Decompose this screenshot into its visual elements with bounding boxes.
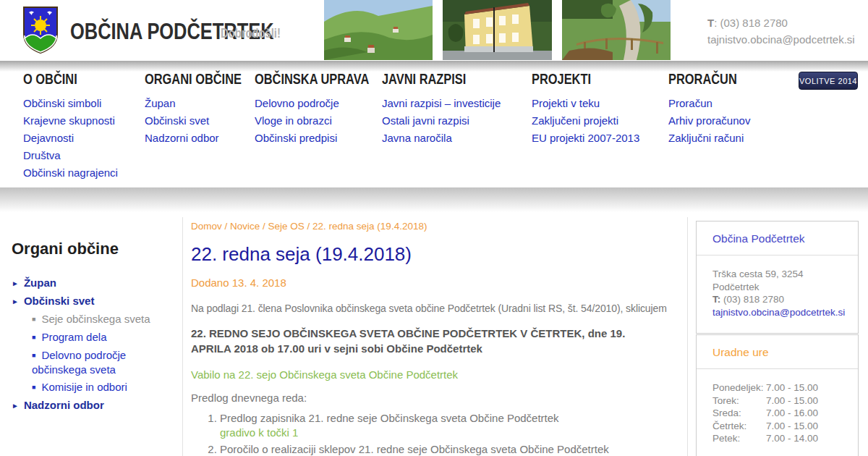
header-contact: T: (03) 818 2780 tajnistvo.obcina@podcet… [707, 14, 855, 48]
nav-link[interactable]: Župan [145, 95, 263, 112]
left-sidebar: Organi občine ►Župan ►Občinski svet ■Sej… [12, 212, 176, 416]
welcome-text: Dobrodošli! [221, 26, 294, 41]
nav-link[interactable]: Arhiv proračunov [668, 112, 752, 130]
nav-heading[interactable]: OBČINSKA UPRAVA [255, 71, 394, 88]
breadcrumb[interactable]: Domov / Novice / Seje OS / 22. redna sej… [191, 221, 683, 232]
hours-box-body: Ponedeljek:7.00 - 15.00 Torek:7.00 - 15.… [697, 369, 858, 456]
nav-link[interactable]: Krajevne skupnosti [23, 112, 118, 130]
nav-link[interactable]: Ostali javni razpisi [382, 112, 501, 130]
agenda-list: Predlog zapisnika 21. redne seje Občinsk… [191, 411, 683, 456]
article: Domov / Novice / Seje OS / 22. redna sej… [191, 212, 683, 456]
email-text[interactable]: tajnistvo.obcina@podcetrtek.si [707, 31, 855, 48]
info-email-link[interactable]: tajnistvo.obcina@podcetrtek.si [712, 306, 842, 319]
nav-column-organi-obcine: ORGANI OBČINE Župan Občinski svet Nadzor… [145, 71, 263, 147]
site-header: OBČINA PODČETRTEK Dobrodošli! [0, 0, 868, 61]
header-photo-hills [324, 0, 433, 60]
arrow-right-icon: ► [12, 279, 19, 287]
volitve-2014-button[interactable]: VOLITVE 2014 [799, 72, 858, 90]
hours-row: Četrtek:7.00 - 15.00 [712, 420, 842, 433]
phone-text: T: (03) 818 2780 [707, 14, 855, 31]
page-title: 22. redna seja (19.4.2018) [191, 243, 683, 266]
nav-link[interactable]: Zaključni računi [668, 130, 752, 147]
nav-link[interactable]: Nadzorni odbor [145, 130, 263, 147]
date-added: Dodano 13. 4. 2018 [191, 276, 683, 289]
arrow-right-icon: ► [12, 402, 19, 410]
nav-link[interactable]: Delovno področje [255, 95, 394, 112]
mega-menu-panel: O OBČINI Občinski simboli Krajevne skupn… [0, 61, 868, 187]
main-area: Organi občine ►Župan ►Občinski svet ■Sej… [0, 212, 868, 456]
nav-link[interactable]: Projekti v teku [532, 95, 639, 112]
header-photo-path [562, 0, 671, 60]
nav-column-o-obcini: O OBČINI Občinski simboli Krajevne skupn… [23, 71, 118, 182]
nav-column-obcinska-uprava: OBČINSKA UPRAVA Delovno področje Vloge i… [255, 71, 394, 147]
nav-link[interactable]: EU projekti 2007-2013 [532, 130, 639, 147]
nav-link[interactable]: Dejavnosti [23, 130, 118, 147]
hours-row: Torek:7.00 - 15.00 [712, 394, 842, 408]
sidebar-title: Organi občine [12, 240, 176, 258]
agenda-item: Poročilo o realizaciji sklepov 21. redne… [220, 442, 683, 456]
hours-box-header: Uradne ure [697, 335, 858, 369]
nav-heading[interactable]: ORGANI OBČINE [145, 71, 263, 88]
hours-box-title: Uradne ure [712, 346, 842, 359]
nav-link[interactable]: Občinski svet [145, 112, 263, 130]
nav-column-projekti: PROJEKTI Projekti v teku Zaključeni proj… [532, 71, 639, 147]
nav-panel-shadow [0, 187, 868, 212]
nav-column-proracun: PRORAČUN Proračun Arhiv proračunov Zaklj… [668, 71, 752, 147]
nav-heading[interactable]: PROJEKTI [532, 71, 639, 88]
sidebar-item-nadzorni-odbor[interactable]: ►Nadzorni odbor [12, 398, 176, 413]
agenda-item: Predlog zapisnika 21. redne seje Občinsk… [220, 411, 683, 440]
sidebar-item-zupan[interactable]: ►Župan [12, 276, 176, 290]
nav-heading[interactable]: O OBČINI [23, 71, 118, 88]
hours-row: Petek:7.00 - 14.00 [712, 432, 842, 445]
info-address: Trška cesta 59, 3254 Podčetrtek [712, 268, 842, 293]
sidebar-item-obcinski-svet[interactable]: ►Občinski svet [12, 294, 176, 308]
square-bullet-icon: ■ [32, 384, 35, 391]
nav-link[interactable]: Občinski predpisi [255, 130, 394, 147]
nav-column-javni-razpisi: JAVNI RAZPISI Javni razpisi – investicij… [382, 71, 501, 147]
divider [182, 217, 183, 456]
agenda-material-link[interactable]: gradivo k točki 1 [220, 426, 683, 440]
intro-paragraph: Na podlagi 21. člena Poslovnika občinske… [191, 303, 683, 314]
municipality-coat-of-arms-icon[interactable] [23, 7, 58, 54]
nav-link[interactable]: Javna naročila [382, 130, 501, 147]
info-box-title[interactable]: Občina Podčetrtek [712, 232, 842, 245]
hours-row: Ponedeljek:7.00 - 15.00 [712, 381, 842, 394]
nav-link[interactable]: Javni razpisi – investicije [382, 95, 501, 112]
nav-link[interactable]: Občinski simboli [23, 95, 118, 112]
municipality-info-box: Občina Podčetrtek Trška cesta 59, 3254 P… [696, 221, 859, 334]
info-box-header: Občina Podčetrtek [697, 221, 858, 256]
sidebar-item-program-dela[interactable]: ■Program dela [12, 330, 176, 345]
invite-link[interactable]: Vabilo na 22. sejo Občinskega sveta Obči… [191, 368, 683, 381]
nav-link[interactable]: Vloge in obrazci [255, 112, 394, 130]
sidebar-item-komisije-in-odbori[interactable]: ■Komisije in odbori [12, 380, 176, 394]
office-hours-box: Uradne ure Ponedeljek:7.00 - 15.00 Torek… [696, 334, 859, 456]
sidebar-item-seje-obcinskega-sveta[interactable]: ■Seje občinskega sveta [12, 312, 176, 326]
arrow-right-icon: ► [12, 297, 19, 305]
sidebar-item-delovno-podrocje[interactable]: ■Delovno področje občinskega sveta [12, 348, 176, 376]
agenda-label: Predlog dnevnega reda: [191, 392, 683, 404]
nav-heading[interactable]: PRORAČUN [668, 71, 752, 88]
nav-heading[interactable]: JAVNI RAZPISI [382, 71, 501, 88]
header-photo-building [443, 0, 552, 60]
square-bullet-icon: ■ [32, 352, 35, 359]
nav-link[interactable]: Društva [23, 147, 118, 164]
square-bullet-icon: ■ [32, 316, 35, 323]
session-heading: 22. REDNO SEJO OBČINSKEGA SVETA OBČINE P… [191, 326, 661, 356]
divider [687, 217, 688, 456]
info-phone: T: (03) 818 2780 [712, 293, 842, 306]
hours-row: Sreda:7.00 - 16.00 [712, 407, 842, 420]
info-box-body: Trška cesta 59, 3254 Podčetrtek T: (03) … [697, 256, 858, 333]
square-bullet-icon: ■ [32, 334, 35, 341]
nav-link[interactable]: Proračun [668, 95, 752, 112]
nav-link[interactable]: Zaključeni projekti [532, 112, 639, 130]
nav-link[interactable]: Občinski nagrajenci [23, 164, 118, 182]
